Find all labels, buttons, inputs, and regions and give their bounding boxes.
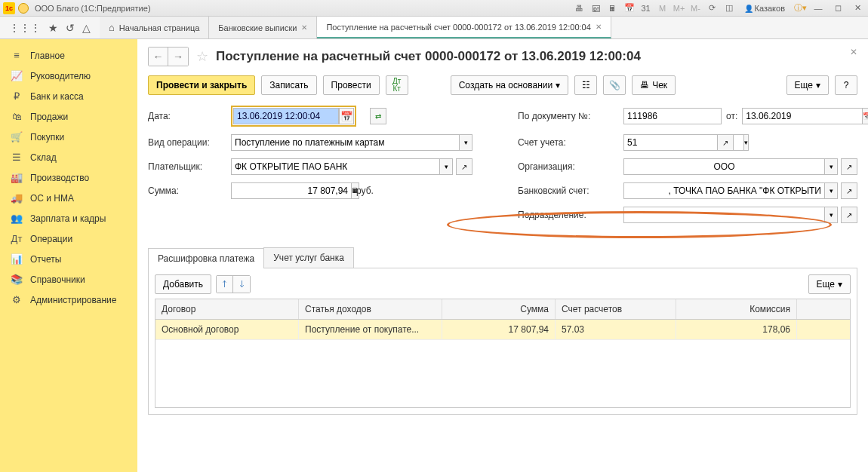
m-minus-icon[interactable]: M- xyxy=(690,2,702,14)
date-input[interactable] xyxy=(233,108,339,124)
col-sum[interactable]: Сумма xyxy=(442,299,556,319)
grid-more-button[interactable]: Еще ▾ xyxy=(808,274,851,294)
col-contract[interactable]: Договор xyxy=(155,299,299,319)
dropdown-icon[interactable]: ▾ xyxy=(824,158,838,175)
open-ref-icon[interactable]: ↗ xyxy=(841,158,857,175)
col-commission[interactable]: Комиссия xyxy=(676,299,797,319)
star-icon[interactable]: ☆ xyxy=(196,48,208,65)
subtab-services[interactable]: Учет услуг банка xyxy=(263,247,354,268)
col-income[interactable]: Статья доходов xyxy=(299,299,442,319)
dropdown-icon[interactable]: ▾ xyxy=(459,134,472,151)
sidebar-item-purchases[interactable]: 🛒Покупки xyxy=(0,127,137,147)
sidebar-item-label: Отчеты xyxy=(30,254,61,265)
quick-access: ⋮⋮⋮ ★ ↺ △ xyxy=(0,17,100,38)
sidebar-item-hr[interactable]: 👥Зарплата и кадры xyxy=(0,208,137,228)
org-input[interactable] xyxy=(623,158,824,175)
open-ref-icon[interactable]: ↗ xyxy=(841,207,857,223)
tab-close-icon[interactable]: ✕ xyxy=(301,23,307,32)
close-icon[interactable]: ✕ xyxy=(850,2,865,14)
sidebar-item-main[interactable]: ≡Главное xyxy=(0,45,137,66)
tab-close-icon[interactable]: ✕ xyxy=(596,23,602,31)
user-label[interactable]: Казаков xyxy=(744,4,785,13)
op-type-select[interactable] xyxy=(231,134,459,151)
label-from: от: xyxy=(726,111,737,121)
maximize-icon[interactable]: ◻ xyxy=(830,2,845,14)
sidebar-item-production[interactable]: 🏭Производство xyxy=(0,167,137,188)
minimize-icon[interactable]: — xyxy=(811,2,826,14)
history-icon[interactable]: ↺ xyxy=(66,22,75,34)
attach-button[interactable]: 📎 xyxy=(603,75,626,95)
calendar-picker-icon[interactable]: 📅 xyxy=(339,108,354,124)
tab-home[interactable]: Начальная страница xyxy=(100,17,209,38)
page-header: ← → ☆ Поступление на расчетный счет 0000… xyxy=(148,47,857,66)
dropdown-icon[interactable]: ▾ xyxy=(743,134,749,151)
print-icon[interactable]: 🖶 xyxy=(574,2,586,14)
sidebar-item-manager[interactable]: 📈Руководителю xyxy=(0,66,137,86)
sidebar-item-operations[interactable]: ДтОперации xyxy=(0,228,137,249)
refresh-icon[interactable]: ⟳ xyxy=(706,2,719,14)
dtkt-button[interactable]: ДтКт xyxy=(386,75,408,95)
sum-input[interactable] xyxy=(231,182,351,199)
page-close-icon[interactable]: ✕ xyxy=(850,47,857,57)
label-account: Счет учета: xyxy=(518,137,616,148)
grid-row[interactable]: Основной договор Поступление от покупате… xyxy=(155,320,850,339)
division-input[interactable] xyxy=(623,207,824,223)
m-plus-icon[interactable]: M+ xyxy=(673,2,685,14)
favorite-icon[interactable]: ★ xyxy=(48,22,58,34)
subtab-decode[interactable]: Расшифровка платежа xyxy=(148,248,264,268)
refresh-sequence-icon[interactable]: ⇄ xyxy=(370,108,386,124)
move-up-button[interactable]: 🡑 xyxy=(217,276,233,293)
doc-num-input[interactable] xyxy=(623,108,722,124)
tab-current-label: Поступление на расчетный счет 0000-00017… xyxy=(326,23,590,32)
nav-arrows: ← → xyxy=(148,47,189,66)
dropdown-icon[interactable]: ▾ xyxy=(824,182,838,199)
add-row-button[interactable]: Добавить xyxy=(155,274,211,294)
nav-back-button[interactable]: ← xyxy=(149,48,168,66)
save-icon[interactable]: 🗟 xyxy=(590,2,602,14)
col-settle[interactable]: Счет расчетов xyxy=(556,299,676,319)
structure-button[interactable]: ☷ xyxy=(574,75,597,95)
save-button[interactable]: Записать xyxy=(261,75,316,95)
bank-account-input[interactable] xyxy=(623,182,824,199)
dropdown-icon[interactable] xyxy=(18,3,29,14)
sidebar-item-refs[interactable]: 📚Справочники xyxy=(0,269,137,290)
panel-icon[interactable]: ◫ xyxy=(723,2,735,14)
factory-icon: 🏭 xyxy=(11,172,23,183)
sidebar-item-stock[interactable]: ☰Склад xyxy=(0,147,137,167)
sidebar-item-admin[interactable]: ⚙Администрирование xyxy=(0,290,137,310)
move-row-buttons: 🡑 🡓 xyxy=(216,275,251,293)
notifications-icon[interactable]: △ xyxy=(82,22,91,34)
open-ref-icon[interactable]: ↗ xyxy=(456,158,472,175)
info-icon[interactable]: ⓘ▾ xyxy=(794,2,806,14)
post-and-close-button[interactable]: Провести и закрыть xyxy=(148,75,255,95)
tab-bank-statements[interactable]: Банковские выписки✕ xyxy=(209,17,317,38)
create-based-button[interactable]: Создать на основании ▾ xyxy=(451,75,569,95)
more-button[interactable]: Еще ▾ xyxy=(786,75,829,95)
calendar-icon[interactable]: 📅 xyxy=(623,2,636,14)
sidebar-item-assets[interactable]: 🚚ОС и НМА xyxy=(0,188,137,208)
open-ref-icon[interactable]: ↗ xyxy=(841,182,857,199)
payer-input[interactable] xyxy=(231,158,439,175)
nav-forward-button[interactable]: → xyxy=(168,48,188,66)
label-org: Организация: xyxy=(518,161,616,172)
post-button[interactable]: Провести xyxy=(323,75,380,95)
move-down-button[interactable]: 🡓 xyxy=(233,276,250,293)
dropdown-icon[interactable]: ▾ xyxy=(824,207,838,223)
open-ref-icon[interactable]: ↗ xyxy=(717,134,734,151)
date-icon[interactable]: 31 xyxy=(640,2,652,14)
sidebar-item-sales[interactable]: 🛍Продажи xyxy=(0,106,137,127)
dropdown-icon[interactable]: ▾ xyxy=(439,158,453,175)
m-icon[interactable]: M xyxy=(657,2,669,14)
calendar-picker-icon[interactable]: 📅 xyxy=(862,108,868,124)
cheque-button[interactable]: 🖶 Чек xyxy=(632,75,676,95)
grid-empty-area[interactable] xyxy=(155,339,850,407)
apps-icon[interactable]: ⋮⋮⋮ xyxy=(9,22,41,34)
cell-settle: 57.03 xyxy=(556,320,676,339)
sidebar-item-label: Главное xyxy=(30,51,65,61)
calc-icon[interactable]: 🖩 xyxy=(607,2,619,14)
doc-date-input[interactable] xyxy=(742,108,862,124)
help-button[interactable]: ? xyxy=(835,75,857,95)
tab-current-doc[interactable]: Поступление на расчетный счет 0000-00017… xyxy=(317,17,611,38)
sidebar-item-bank[interactable]: ₽Банк и касса xyxy=(0,86,137,106)
sidebar-item-reports[interactable]: 📊Отчеты xyxy=(0,249,137,269)
